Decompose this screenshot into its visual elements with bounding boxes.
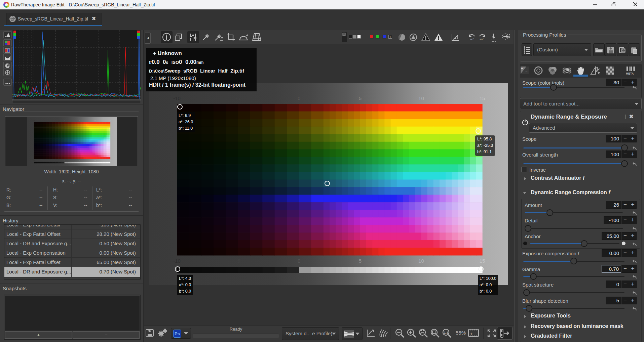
svg-text:−: −: [525, 70, 527, 74]
svg-text:META: META: [626, 72, 634, 75]
svg-text:1:1: 1:1: [444, 331, 448, 334]
svg-text:90°: 90°: [470, 38, 474, 41]
svg-text:90°: 90°: [480, 38, 484, 41]
svg-text:+: +: [521, 66, 523, 70]
svg-text:+: +: [470, 331, 473, 337]
